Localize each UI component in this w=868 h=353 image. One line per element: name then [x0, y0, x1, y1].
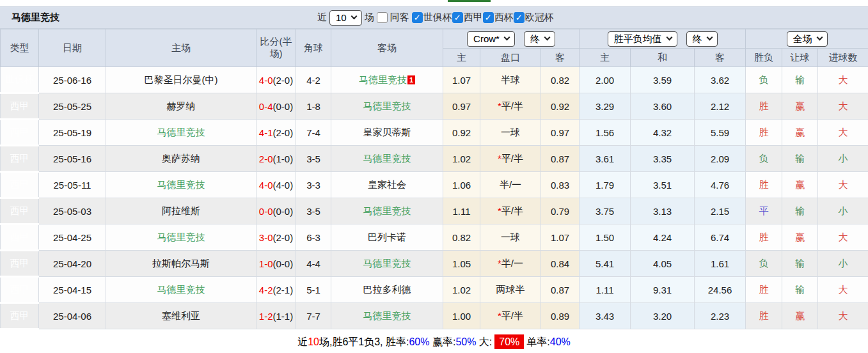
home-odds: 0.97 — [443, 93, 480, 120]
fulltime-score: 4-1 — [259, 127, 273, 138]
home-team: 马德里竞技 — [106, 224, 256, 251]
result-goals: 小 — [818, 198, 868, 224]
league-filter[interactable]: ✓欧冠杯 — [514, 12, 554, 24]
match-score: 1-0(0-0) — [256, 251, 296, 277]
fulltime-score: 0-0 — [259, 206, 273, 217]
corner-score: 1-8 — [296, 93, 331, 120]
away-team-name: 马德里竞技 — [363, 153, 411, 164]
result-goals: 大 — [818, 277, 868, 303]
halftime-score: (1-1) — [273, 311, 294, 322]
avg-win-odds: 1.11 — [580, 277, 631, 303]
avg-source-select[interactable]: 胜平负均值 — [608, 31, 677, 47]
home-odds: 1.05 — [443, 251, 480, 277]
league-checkbox-label: 西杯 — [494, 12, 514, 24]
match-score: 0-4(0-0) — [256, 93, 296, 120]
recent-label: 近 — [317, 12, 327, 24]
away-team-name: 皇家社会 — [368, 179, 406, 190]
home-odds: 0.92 — [443, 120, 480, 146]
active-tab-indicator — [448, 0, 491, 2]
match-date: 25-05-19 — [39, 120, 106, 146]
away-odds: 0.97 — [541, 120, 580, 146]
avg-draw-odds: 3.13 — [631, 198, 695, 224]
league-checkbox-label: 欧冠杯 — [525, 12, 554, 24]
league-checkbox[interactable]: ✓ — [412, 12, 423, 23]
col-header-type: 类型 — [1, 29, 39, 67]
result-scope-select[interactable]: 全场 — [787, 31, 828, 47]
summary-segment: 40% — [550, 336, 571, 347]
odds-source-select[interactable]: Crow* — [467, 31, 515, 47]
match-date: 25-06-16 — [39, 67, 106, 93]
league-filter[interactable]: ✓西甲 — [452, 12, 483, 24]
match-date: 25-04-25 — [39, 224, 106, 251]
chevron-down-icon — [666, 35, 672, 41]
home-team: 马德里竞技 — [106, 277, 256, 303]
away-team: 马德里竞技 — [331, 198, 443, 224]
result-handicap: 赢 — [782, 120, 818, 146]
result-wdl: 负 — [746, 67, 782, 93]
chevron-down-icon — [544, 35, 550, 41]
match-score: 2-0(1-0) — [256, 146, 296, 172]
same-venue-checkbox[interactable] — [377, 12, 388, 23]
league-checkbox[interactable]: ✓ — [514, 12, 525, 23]
avg-time-select[interactable]: 终 — [686, 31, 718, 47]
league-checkbox[interactable]: ✓ — [483, 12, 494, 23]
avg-draw-odds: 3.35 — [631, 146, 695, 172]
avg-group-header: 胜平负均值 终 — [580, 29, 746, 49]
sub-header-wdl: 胜负 — [746, 49, 782, 67]
halftime-score: (2-1) — [273, 285, 294, 295]
result-goals: 小 — [818, 146, 868, 172]
result-wdl: 胜 — [746, 172, 782, 198]
avg-win-odds: 5.41 — [580, 251, 631, 277]
recent-count-select[interactable]: 10 — [329, 10, 362, 26]
corner-score: 3-5 — [296, 146, 331, 172]
away-team-name: 皇家贝蒂斯 — [363, 127, 411, 137]
match-row: 西甲25-04-06塞维利亚1-2(1-1)7-7马德里竞技1.00*平/半0.… — [1, 303, 868, 329]
league-filter[interactable]: ✓世俱杯 — [412, 12, 452, 24]
sub-header-avg-draw: 和 — [631, 49, 695, 67]
home-odds: 1.00 — [443, 303, 480, 329]
corner-score: 4-2 — [296, 67, 331, 93]
corner-score: 4-4 — [296, 251, 331, 277]
filter-controls: 近 10 场 同客 ✓世俱杯✓西甲✓西杯✓欧冠杯 — [317, 10, 556, 26]
avg-lose-odds: 2.15 — [695, 198, 746, 224]
result-goals: 大 — [818, 224, 868, 251]
fulltime-score: 4-0 — [259, 75, 273, 86]
match-row: 西甲25-05-19马德里竞技4-1(2-0)7-4皇家贝蒂斯0.92一球0.9… — [1, 120, 868, 146]
result-wdl: 胜 — [746, 93, 782, 120]
match-row: 西甲25-05-03阿拉维斯0-0(0-0)3-5马德里竞技1.11*平/半0.… — [1, 198, 868, 224]
away-team: 巴列卡诺 — [331, 224, 443, 251]
sub-header-avg-lose: 客 — [695, 49, 746, 67]
match-score: 4-0(4-0) — [256, 172, 296, 198]
league-badge: 西甲 — [1, 146, 39, 172]
header-bar: 马德里竞技 近 10 场 同客 ✓世俱杯✓西甲✓西杯✓欧冠杯 — [0, 6, 868, 29]
handicap: 一球 — [480, 120, 541, 146]
league-filter[interactable]: ✓西杯 — [483, 12, 514, 24]
away-odds: 0.82 — [541, 67, 580, 93]
handicap: 两球半 — [480, 277, 541, 303]
avg-draw-odds: 3.59 — [631, 67, 695, 93]
match-row: 西甲25-04-15马德里竞技4-2(2-1)5-1巴拉多利德1.02两球半0.… — [1, 277, 868, 303]
big-rate-badge: 70% — [494, 334, 524, 349]
handicap: *平/半 — [480, 93, 541, 120]
corner-score: 7-7 — [296, 303, 331, 329]
avg-win-odds: 3.75 — [580, 198, 631, 224]
chevron-down-icon — [706, 35, 713, 41]
halftime-score: (4-0) — [273, 180, 294, 191]
league-checkbox[interactable]: ✓ — [452, 12, 463, 23]
league-badge: 西甲 — [1, 172, 39, 198]
away-team: 马德里竞技 — [331, 93, 443, 120]
avg-lose-odds: 6.74 — [695, 224, 746, 251]
halftime-score: (2-0) — [273, 75, 294, 86]
summary-segment: 近 — [297, 336, 308, 347]
match-date: 25-05-25 — [39, 93, 106, 120]
live-badge: 1 — [407, 75, 415, 84]
match-date: 25-04-20 — [39, 251, 106, 277]
summary-segment: 大: — [476, 336, 492, 347]
away-team-name: 马德里竞技 — [363, 258, 411, 269]
team-title: 马德里竞技 — [0, 12, 59, 24]
odds-time-select[interactable]: 终 — [524, 31, 555, 47]
away-team: 马德里竞技 — [331, 303, 443, 329]
league-badge: 西甲 — [1, 93, 39, 120]
summary-segment: 10 — [308, 336, 319, 347]
handicap: *平/半 — [480, 198, 541, 224]
